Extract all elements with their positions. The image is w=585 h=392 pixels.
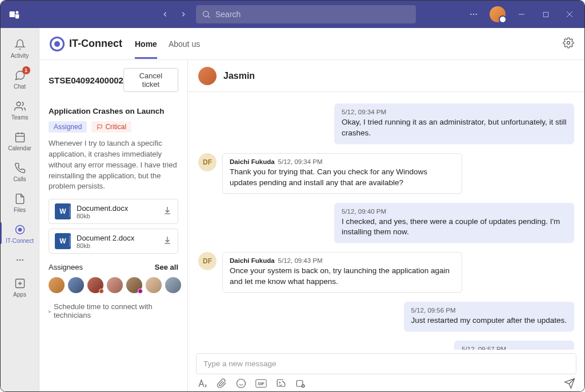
cancel-ticket-button[interactable]: Cancel ticket: [123, 68, 178, 92]
sidebar-label: IT-Connect: [6, 238, 34, 244]
composer-input[interactable]: Type a new message: [196, 353, 576, 374]
emoji-icon[interactable]: [236, 378, 246, 389]
message-composer: Type a new message GIF: [188, 350, 584, 392]
schedule-link[interactable]: Schedule time to connect with technician…: [49, 302, 178, 319]
chat-message-other: DF Daichi Fukuda5/12, 09:34 PMThank you …: [198, 153, 574, 194]
chat-panel: Jasmin 5/12, 09:34 PMOkay, I tried runni…: [188, 60, 584, 392]
sidebar-item-activity[interactable]: Activity: [1, 33, 39, 63]
assignee-avatar[interactable]: [68, 277, 84, 293]
assignee-avatar[interactable]: [126, 277, 142, 293]
svg-point-5: [473, 14, 474, 15]
message-time: 5/12, 09:34 PM: [342, 109, 567, 115]
sidebar-label: Calendar: [8, 145, 31, 151]
minimize-button[interactable]: [514, 6, 530, 22]
chat-message-me: 5/12, 09:57 PMIt works! No crashing this…: [198, 341, 574, 350]
forward-button[interactable]: [175, 6, 191, 22]
chat-badge: 1: [22, 66, 30, 74]
app-name: IT-Connect: [69, 38, 122, 50]
attach-icon[interactable]: [217, 378, 227, 389]
sidebar-label: Files: [14, 207, 26, 213]
attachment-name: Document 2.docx: [77, 234, 157, 242]
tab-home[interactable]: Home: [135, 29, 157, 59]
assignee-avatar[interactable]: [49, 277, 65, 293]
word-doc-icon: W: [55, 233, 71, 249]
svg-rect-8: [543, 12, 548, 17]
chat-message-other: DF Daichi Fukuda5/12, 09:43 PMOnce your …: [198, 252, 574, 293]
attachment-name: Document.docx: [77, 204, 157, 213]
search-input[interactable]: [215, 10, 410, 19]
tab-about[interactable]: About us: [169, 29, 200, 59]
download-icon[interactable]: [163, 206, 172, 217]
close-button[interactable]: [562, 6, 578, 22]
settings-button[interactable]: [563, 37, 574, 51]
teams-window: Activity 1 Chat Teams Calendar Calls Fil…: [0, 0, 585, 392]
svg-point-19: [19, 259, 20, 261]
svg-point-34: [279, 382, 281, 383]
word-doc-icon: W: [55, 203, 71, 219]
see-all-link[interactable]: See all: [155, 263, 178, 271]
app-sidebar: Activity 1 Chat Teams Calendar Calls Fil…: [1, 28, 39, 392]
svg-point-1: [16, 11, 19, 14]
gif-icon[interactable]: GIF: [255, 378, 267, 389]
svg-point-29: [237, 379, 246, 388]
message-time: 5/12, 09:40 PM: [342, 208, 567, 215]
attachment-item[interactable]: W Document 2.docx 80kb: [49, 229, 178, 254]
user-avatar[interactable]: [490, 6, 506, 22]
teams-nav-icon: [13, 99, 27, 113]
message-text: Thank you for trying that. Can you check…: [230, 167, 455, 189]
format-icon[interactable]: [197, 378, 207, 389]
ticket-panel: STSE04092400002 Cancel ticket Applicatio…: [39, 60, 188, 392]
send-button[interactable]: [564, 378, 575, 389]
search-icon: [202, 10, 211, 19]
bell-icon: [13, 38, 27, 51]
svg-text:GIF: GIF: [258, 382, 264, 386]
assignees-row: [49, 277, 178, 293]
sidebar-item-itconnect[interactable]: IT-Connect: [1, 218, 39, 249]
svg-line-3: [208, 16, 210, 18]
flag-icon: [97, 124, 103, 130]
message-time: 5/12, 09:56 PM: [411, 307, 567, 314]
assignee-avatar[interactable]: [87, 277, 103, 293]
svg-point-6: [475, 14, 476, 15]
sidebar-item-files[interactable]: Files: [1, 187, 39, 218]
message-text: Once your system is back on, try launchi…: [230, 266, 455, 287]
ticket-description: Whenever I try to launch a specific appl…: [49, 138, 178, 192]
title-bar: [1, 1, 584, 28]
back-button[interactable]: [157, 6, 173, 22]
sidebar-item-calendar[interactable]: Calendar: [1, 125, 39, 156]
tag-critical: Critical: [91, 121, 131, 133]
sidebar-more[interactable]: [1, 249, 39, 271]
svg-point-20: [22, 259, 23, 261]
message-text: Okay, I tried running it as an administr…: [342, 117, 567, 139]
message-text: Just restarted my computer after the upd…: [411, 315, 567, 326]
message-time: 5/12, 09:57 PM: [462, 346, 567, 350]
sidebar-item-apps[interactable]: Apps: [1, 271, 39, 302]
tag-assigned: Assigned: [49, 121, 87, 133]
chat-message-me: 5/12, 09:40 PMI checked, and yes, there …: [198, 203, 574, 243]
chat-icon: 1: [13, 69, 27, 82]
calendar-icon: [13, 130, 27, 144]
assignee-avatar[interactable]: [107, 277, 123, 293]
chat-avatar: [198, 67, 217, 85]
sticker-icon[interactable]: [276, 378, 286, 389]
maximize-button[interactable]: [538, 6, 554, 22]
assignee-avatar[interactable]: [146, 277, 162, 293]
search-box[interactable]: [196, 5, 416, 23]
more-compose-icon[interactable]: [295, 378, 306, 389]
more-button[interactable]: [466, 6, 482, 22]
main-area: IT-Connect Home About us STSE04092400002…: [39, 28, 584, 392]
svg-point-4: [470, 14, 471, 15]
ticket-id: STSE04092400002: [49, 75, 123, 85]
chat-messages[interactable]: 5/12, 09:34 PMOkay, I tried running it a…: [188, 92, 584, 350]
sidebar-item-calls[interactable]: Calls: [1, 156, 39, 187]
sidebar-item-teams[interactable]: Teams: [1, 94, 39, 125]
sidebar-item-chat[interactable]: 1 Chat: [1, 63, 39, 94]
download-icon[interactable]: [163, 235, 172, 247]
apps-icon: [13, 277, 27, 290]
attachment-item[interactable]: W Document.docx 80kb: [49, 199, 178, 224]
sidebar-label: Activity: [11, 53, 29, 59]
app-logo-icon: [50, 37, 65, 51]
svg-point-18: [17, 259, 18, 261]
assignee-avatar[interactable]: [165, 277, 181, 293]
chat-title: Jasmin: [223, 71, 255, 81]
